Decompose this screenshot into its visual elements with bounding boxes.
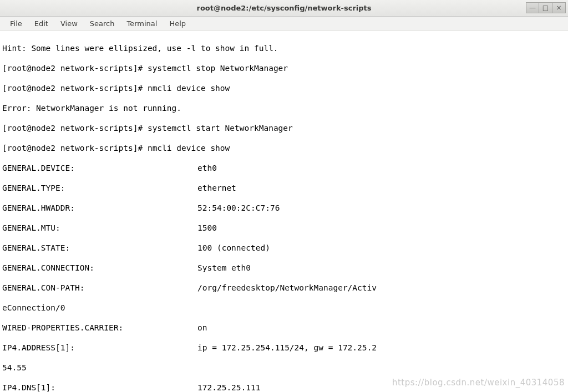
kv-row: WIRED-PROPERTIES.CARRIER:on	[2, 323, 566, 333]
kv-key: WIRED-PROPERTIES.CARRIER:	[2, 323, 197, 333]
watermark: https://blog.csdn.net/weixin_40314058	[392, 378, 565, 388]
kv-row: GENERAL.MTU:1500	[2, 223, 566, 233]
kv-value: System eth0	[197, 263, 251, 272]
kv-key: GENERAL.CON-PATH:	[2, 283, 197, 293]
maximize-button[interactable]: □	[539, 2, 552, 13]
kv-key: GENERAL.TYPE:	[2, 183, 197, 193]
prompt: [root@node2 network-scripts]#	[2, 64, 143, 73]
kv-key: IP4.ADDRESS[1]:	[2, 343, 197, 353]
window-controls: — □ ×	[526, 2, 566, 13]
kv-row: GENERAL.CONNECTION:System eth0	[2, 263, 566, 273]
wrap-line: 54.55	[2, 363, 566, 373]
kv-value: 52:54:00:2C:C7:76	[197, 203, 280, 212]
kv-key: IP4.DNS[1]:	[2, 383, 197, 392]
hint-line: Hint: Some lines were ellipsized, use -l…	[2, 43, 566, 53]
close-button[interactable]: ×	[552, 2, 566, 13]
kv-value: 1500	[197, 223, 217, 232]
minimize-button[interactable]: —	[526, 2, 539, 13]
command: nmcli device show	[148, 84, 230, 93]
prompt: [root@node2 network-scripts]#	[2, 124, 143, 133]
menu-terminal[interactable]: Terminal	[121, 17, 164, 30]
menu-edit[interactable]: Edit	[29, 17, 55, 30]
command: nmcli device show	[148, 144, 230, 152]
prompt: [root@node2 network-scripts]#	[2, 84, 143, 93]
kv-value: 172.25.25.111	[197, 383, 261, 392]
kv-value: eth0	[197, 164, 217, 172]
kv-value: 100 (connected)	[197, 243, 270, 252]
kv-row: GENERAL.HWADDR:52:54:00:2C:C7:76	[2, 203, 566, 213]
prompt-line: [root@node2 network-scripts]# nmcli devi…	[2, 143, 566, 153]
command: systemctl start NetworkManager	[148, 124, 293, 133]
titlebar: root@node2:/etc/sysconfig/network-script…	[0, 0, 568, 17]
kv-value: ip = 172.25.254.115/24, gw = 172.25.2	[197, 343, 377, 352]
kv-row: GENERAL.DEVICE:eth0	[2, 163, 566, 173]
kv-key: GENERAL.MTU:	[2, 223, 197, 233]
terminal-output[interactable]: Hint: Some lines were ellipsized, use -l…	[0, 31, 568, 392]
wrap-line: eConnection/0	[2, 303, 566, 313]
kv-row: GENERAL.CON-PATH:/org/freedesktop/Networ…	[2, 283, 566, 293]
menu-help[interactable]: Help	[164, 17, 192, 30]
kv-row: GENERAL.STATE:100 (connected)	[2, 243, 566, 253]
menubar: File Edit View Search Terminal Help	[0, 17, 568, 31]
command: systemctl stop NetworkManager	[148, 64, 288, 73]
menu-file[interactable]: File	[4, 17, 29, 30]
prompt: [root@node2 network-scripts]#	[2, 144, 143, 152]
kv-value: /org/freedesktop/NetworkManager/Activ	[197, 283, 377, 292]
kv-key: GENERAL.DEVICE:	[2, 163, 197, 173]
kv-key: GENERAL.STATE:	[2, 243, 197, 253]
kv-row: IP4.ADDRESS[1]:ip = 172.25.254.115/24, g…	[2, 343, 566, 353]
kv-row: GENERAL.TYPE:ethernet	[2, 183, 566, 193]
menu-view[interactable]: View	[55, 17, 84, 30]
prompt-line: [root@node2 network-scripts]# nmcli devi…	[2, 83, 566, 93]
prompt-line: [root@node2 network-scripts]# systemctl …	[2, 63, 566, 73]
error-line: Error: NetworkManager is not running.	[2, 103, 566, 113]
kv-value: on	[197, 323, 207, 332]
kv-value: ethernet	[197, 184, 236, 192]
prompt-line: [root@node2 network-scripts]# systemctl …	[2, 123, 566, 133]
kv-key: GENERAL.HWADDR:	[2, 203, 197, 213]
kv-key: GENERAL.CONNECTION:	[2, 263, 197, 273]
menu-search[interactable]: Search	[84, 17, 121, 30]
window-title: root@node2:/etc/sysconfig/network-script…	[196, 4, 371, 12]
